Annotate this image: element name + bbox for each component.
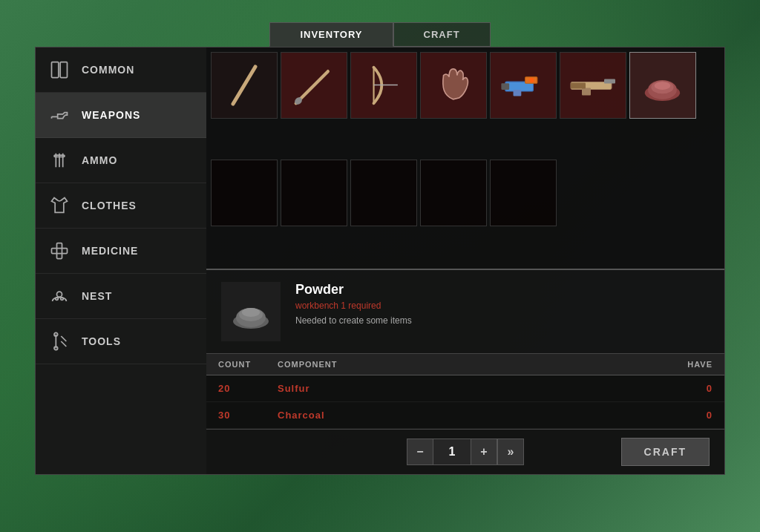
sidebar-item-medicine[interactable]: MEDICINE: [36, 229, 206, 274]
item-info-panel: Powder workbench 1 required Needed to cr…: [206, 270, 724, 354]
svg-rect-1: [60, 62, 67, 78]
sulfur-have: 0: [653, 383, 712, 394]
craft-button[interactable]: CRAFT: [621, 438, 710, 466]
svg-rect-30: [571, 83, 586, 89]
svg-rect-0: [52, 62, 59, 78]
nest-icon: [48, 284, 71, 308]
header-count: COUNT: [218, 360, 278, 369]
tabs-bar: INVENTORY CRAFT: [269, 22, 490, 47]
item-slot-empty-2[interactable]: [281, 160, 347, 226]
header-have: HAVE: [653, 360, 712, 369]
item-slot-empty-1[interactable]: [211, 160, 278, 226]
table-header: COUNT COMPONENT HAVE: [206, 354, 724, 375]
svg-line-17: [233, 67, 255, 104]
tab-inventory[interactable]: INVENTORY: [269, 22, 393, 47]
item-details: Powder workbench 1 required Needed to cr…: [295, 282, 710, 326]
item-slot-empty-4[interactable]: [420, 160, 487, 226]
sidebar-item-tools[interactable]: TOOLS: [36, 319, 206, 364]
main-panel: COMMON WEAPONS: [35, 47, 725, 475]
item-slot-knife[interactable]: [281, 52, 347, 119]
gun-icon: [48, 103, 71, 127]
charcoal-have: 0: [653, 410, 712, 421]
sidebar-item-weapons[interactable]: WEAPONS: [36, 93, 206, 138]
sidebar-label-ammo: AMMO: [82, 154, 117, 166]
item-slot-hand[interactable]: [420, 52, 487, 119]
sulfur-name: Sulfur: [278, 383, 653, 394]
svg-point-25: [529, 78, 534, 82]
item-slot-gun[interactable]: [490, 52, 557, 119]
svg-point-11: [61, 298, 64, 301]
component-row-sulfur: 20 Sulfur 0: [206, 375, 724, 402]
item-slot-rifle[interactable]: [560, 52, 626, 119]
sidebar-item-nest[interactable]: NEST: [36, 274, 206, 319]
ammo-icon: [48, 148, 71, 172]
item-slot-powder[interactable]: [629, 52, 696, 119]
forward-button[interactable]: »: [497, 439, 524, 465]
sidebar-item-ammo[interactable]: AMMO: [36, 138, 206, 183]
svg-rect-28: [604, 79, 615, 84]
header-component: COMPONENT: [278, 360, 653, 369]
item-slot-empty-3[interactable]: [350, 160, 417, 226]
svg-point-10: [56, 298, 59, 301]
svg-rect-8: [52, 249, 68, 254]
item-name: Powder: [295, 282, 710, 298]
item-icon-large: [221, 282, 281, 341]
sulfur-count: 20: [218, 383, 278, 394]
sidebar-label-medicine: MEDICINE: [82, 245, 138, 257]
book-icon: [48, 58, 71, 82]
item-slot-empty-5[interactable]: [490, 160, 557, 226]
charcoal-name: Charcoal: [278, 410, 653, 421]
sidebar-item-clothes[interactable]: CLOTHES: [36, 183, 206, 229]
sidebar-label-clothes: CLOTHES: [82, 200, 137, 211]
svg-rect-26: [501, 83, 509, 90]
item-slot-stick[interactable]: [211, 52, 278, 119]
components-table: COUNT COMPONENT HAVE 20 Sulfur 0 30 Char…: [206, 354, 724, 429]
sidebar-label-nest: NEST: [82, 290, 112, 302]
clothes-icon: [48, 194, 71, 217]
svg-point-9: [57, 292, 62, 297]
charcoal-count: 30: [218, 410, 278, 421]
inventory-grid: [206, 47, 724, 270]
item-slot-bow[interactable]: [350, 52, 417, 119]
tools-icon: [48, 329, 71, 353]
medicine-icon: [48, 239, 71, 263]
sidebar-label-common: COMMON: [82, 64, 134, 76]
craft-controls: − 1 + »: [407, 439, 524, 465]
tab-craft[interactable]: CRAFT: [393, 22, 491, 47]
svg-rect-7: [57, 243, 62, 259]
quantity-display: 1: [433, 439, 471, 465]
component-row-charcoal: 30 Charcoal 0: [206, 402, 724, 429]
increase-button[interactable]: +: [471, 439, 497, 465]
svg-rect-29: [582, 88, 591, 96]
bottom-bar: − 1 + » CRAFT: [206, 429, 724, 474]
item-requirement: workbench 1 required: [295, 301, 710, 311]
sidebar-label-weapons: WEAPONS: [82, 109, 140, 121]
sidebar-item-common[interactable]: COMMON: [36, 47, 206, 93]
svg-line-15: [61, 336, 66, 341]
svg-point-38: [242, 308, 260, 317]
content-area: Powder workbench 1 required Needed to cr…: [206, 47, 724, 474]
decrease-button[interactable]: −: [407, 439, 433, 465]
sidebar-label-tools: TOOLS: [82, 335, 121, 347]
sidebar: COMMON WEAPONS: [36, 47, 206, 474]
item-description: Needed to create some items: [295, 315, 710, 326]
svg-point-34: [655, 82, 671, 90]
svg-rect-24: [514, 90, 522, 96]
svg-line-16: [61, 341, 66, 347]
